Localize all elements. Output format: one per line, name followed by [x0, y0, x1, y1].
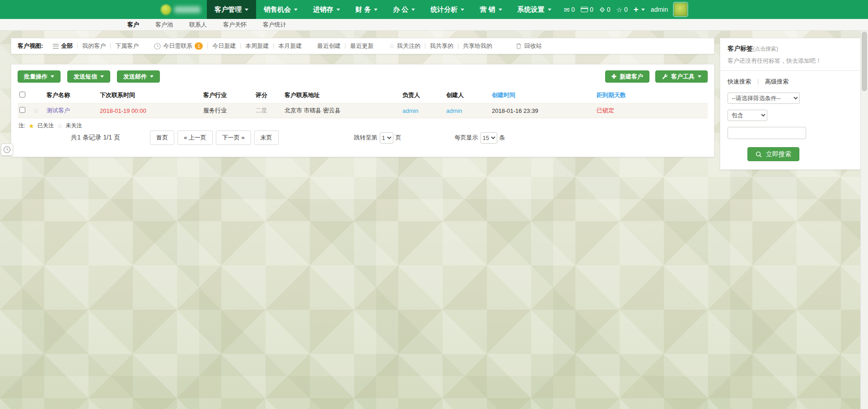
filter-shared-to-me[interactable]: 共享给我的 [458, 42, 497, 50]
menu-inventory[interactable]: 进销存 [305, 0, 348, 19]
customer-list-panel: 批量操作 发送短信 发送邮件 ✚ 新建客户 客户工具 [11, 64, 714, 157]
search-icon [756, 151, 762, 158]
keyword-input[interactable] [728, 127, 806, 139]
customer-tools-button[interactable]: 客户工具 [655, 70, 708, 83]
filter-week-new[interactable]: 本周新建 [241, 42, 273, 50]
scrollbar-thumb[interactable] [862, 32, 867, 91]
plus-icon: ✚ [611, 73, 616, 80]
pagination-bar: 共1 条记录 1/1 页 首页 « 上一页 下一页 » 末页 跳转至第 1 页 … [18, 130, 708, 145]
records-summary: 共1 条记录 1/1 页 [71, 134, 120, 142]
creator-link[interactable]: admin [446, 107, 462, 114]
follow-star-icon[interactable]: ☆ [33, 107, 39, 114]
row-checkbox[interactable] [19, 107, 25, 113]
menu-system-settings[interactable]: 系统设置 [510, 0, 559, 19]
chevron-down-icon [548, 9, 551, 11]
today-contact-badge: 1 [195, 42, 203, 50]
username[interactable]: admin [651, 6, 668, 13]
tab-contacts[interactable]: 联系人 [189, 21, 207, 29]
tab-customer[interactable]: 客户 [127, 21, 139, 29]
filter-my-shared[interactable]: 我共享的 [425, 42, 458, 50]
customer-table: 客户名称 下次联系时间 客户行业 评分 客户联系地址 负责人 创建人 创建时间 … [18, 88, 708, 118]
filter-my-followed[interactable]: ☆ 我关注的 [384, 42, 425, 50]
filter-condition-select[interactable]: --请选择筛选条件-- [728, 93, 800, 104]
next-page-button[interactable]: 下一页 » [216, 130, 251, 145]
app-logo[interactable] [161, 5, 201, 15]
schedule-widget-toggle[interactable] [1, 144, 13, 156]
menu-customer-management[interactable]: 客户管理 [207, 0, 256, 19]
page-scrollbar[interactable] [860, 31, 868, 409]
mail-counter[interactable]: ✉ 0 [564, 6, 575, 13]
mail-count: 0 [571, 6, 575, 13]
jump-prefix-label: 跳转至第 [354, 134, 378, 142]
batch-operations-button[interactable]: 批量操作 [18, 70, 61, 83]
chevron-down-icon [411, 9, 415, 11]
col-next-contact-time: 下次联系时间 [98, 88, 201, 103]
mail-icon: ✉ [564, 6, 570, 13]
message-counter[interactable]: 0 [581, 6, 593, 13]
menu-office[interactable]: 办 公 [385, 0, 423, 19]
menu-label: 财 务 [355, 5, 371, 14]
send-sms-button[interactable]: 发送短信 [67, 70, 110, 83]
owner-link[interactable]: admin [402, 107, 418, 114]
col-days-to-expire-sort[interactable]: 距到期天数 [595, 88, 708, 103]
send-email-button[interactable]: 发送邮件 [117, 70, 160, 83]
filter-subordinate-customers[interactable]: 下属客户 [111, 42, 143, 50]
cell-days-to-expire: 已锁定 [595, 103, 708, 118]
advanced-search-tab[interactable]: 高级搜索 [765, 78, 789, 86]
chevron-down-icon [294, 9, 298, 11]
tab-customer-care[interactable]: 客户关怀 [223, 21, 247, 29]
prev-page-button[interactable]: « 上一页 [177, 130, 213, 145]
filter-my-customers[interactable]: 我的客户 [78, 42, 110, 50]
quick-add-menu[interactable]: + [634, 5, 645, 14]
filter-month-new[interactable]: 本月新建 [274, 42, 306, 50]
cell-owner: admin [401, 103, 444, 118]
favorite-count: 0 [624, 6, 628, 13]
filter-recent-created[interactable]: 最近创建 [313, 42, 345, 50]
filter-label: 全部 [61, 42, 73, 50]
page-number-select[interactable]: 1 [380, 132, 393, 144]
customer-name-link[interactable]: 测试客户 [47, 107, 70, 114]
cell-creator: admin [444, 103, 490, 118]
select-all-checkbox[interactable] [19, 92, 25, 98]
chevron-down-icon [150, 75, 154, 78]
per-page-select[interactable]: 15 [481, 132, 497, 144]
trash-icon [516, 43, 522, 49]
diamond-icon [599, 7, 605, 13]
match-type-select[interactable]: 包含 [728, 110, 767, 121]
menu-marketing[interactable]: 营 销 [472, 0, 509, 19]
filter-all[interactable]: 全部 [48, 42, 77, 50]
jump-to-page: 跳转至第 1 页 [354, 132, 401, 144]
cell-address: 北京市 市辖县 密云县 [283, 103, 401, 118]
button-label: 客户工具 [671, 73, 695, 81]
col-created-time-sort[interactable]: 创建时间 [490, 88, 595, 103]
first-page-button[interactable]: 首页 [150, 130, 174, 145]
menu-statistics[interactable]: 统计分析 [423, 0, 472, 19]
last-page-button[interactable]: 末页 [254, 130, 279, 145]
search-now-button[interactable]: 立即搜索 [747, 147, 799, 161]
message-count: 0 [590, 6, 593, 13]
recycle-bin-link[interactable]: 回收站 [516, 42, 542, 50]
filter-recent-updated[interactable]: 最近更新 [345, 42, 378, 50]
per-page-control: 每页显示 15 条 [455, 132, 505, 144]
menu-sales-opportunity[interactable]: 销售机会 [256, 0, 305, 19]
favorite-counter[interactable]: ☆ 0 [616, 6, 628, 13]
list-menu-icon [53, 44, 59, 49]
button-label: 发送短信 [74, 73, 97, 81]
menu-finance[interactable]: 财 务 [348, 0, 385, 19]
logo-text-blurred [174, 6, 201, 13]
chevron-down-icon [336, 9, 340, 11]
recycle-bin-label: 回收站 [524, 42, 542, 50]
tag-title[interactable]: 客户标签 [728, 45, 753, 52]
approval-counter[interactable]: 0 [599, 6, 611, 13]
chevron-down-icon [51, 75, 54, 78]
avatar[interactable] [674, 3, 687, 16]
tab-customer-pool[interactable]: 客户池 [155, 21, 173, 29]
menu-label: 办 公 [393, 5, 408, 14]
quick-search-tab[interactable]: 快速搜索 [728, 78, 751, 86]
chevron-down-icon [499, 9, 502, 11]
filter-today-contact[interactable]: 今日需联系 1 [149, 42, 207, 50]
new-customer-button[interactable]: ✚ 新建客户 [605, 70, 649, 83]
filter-today-new[interactable]: 今日新建 [208, 42, 240, 50]
menu-label: 进销存 [313, 5, 333, 14]
tab-customer-stats[interactable]: 客户统计 [263, 21, 286, 29]
